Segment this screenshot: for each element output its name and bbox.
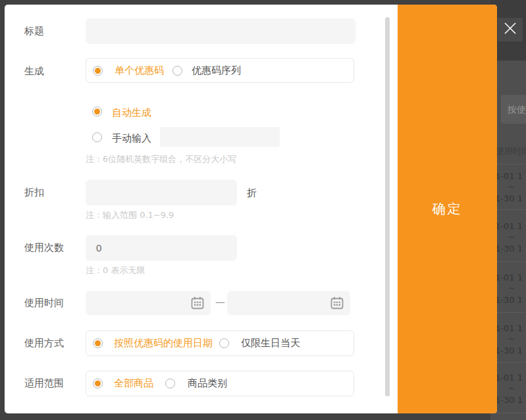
- radio-birthday-only[interactable]: [219, 338, 229, 348]
- radio-auto-generate-label[interactable]: 自动生成: [112, 107, 151, 119]
- radio-birthday-only-label[interactable]: 仅限生日当天: [241, 337, 300, 350]
- date-range-dash: —: [215, 296, 225, 308]
- end-date-picker[interactable]: [227, 291, 350, 315]
- scope-label: 适用范围: [24, 377, 64, 390]
- radio-single-coupon-label[interactable]: 单个优惠码: [115, 65, 164, 77]
- radio-manual-input[interactable]: [92, 132, 102, 142]
- usage-count-note: 注：0 表示无限: [86, 265, 145, 276]
- usage-count-input[interactable]: [86, 235, 237, 261]
- title-input[interactable]: [86, 18, 355, 44]
- close-icon: [503, 21, 517, 38]
- confirm-button-label: 确定: [433, 200, 463, 218]
- radio-all-products-label[interactable]: 全部商品: [114, 377, 153, 390]
- generate-option-group: 单个优惠码 优惠码序列: [86, 58, 354, 83]
- radio-manual-input-label[interactable]: 手动输入: [112, 132, 151, 145]
- radio-single-coupon[interactable]: [93, 66, 103, 76]
- start-date-picker[interactable]: [86, 291, 211, 315]
- radio-all-products[interactable]: [93, 379, 103, 388]
- generate-note: 注：6位随机英数字组合，不区分大小写: [86, 153, 236, 165]
- usage-count-label: 使用次数: [24, 242, 64, 254]
- generate-label: 生成: [24, 65, 44, 78]
- discount-input[interactable]: [86, 180, 237, 205]
- radio-auto-generate[interactable]: [92, 107, 102, 117]
- discount-unit: 折: [247, 187, 257, 199]
- radio-coupon-series-label[interactable]: 优惠码序列: [192, 65, 241, 77]
- scope-option-group: 全部商品 商品类别: [86, 371, 354, 396]
- usage-mode-option-group: 按照优惠码的使用日期 仅限生日当天: [86, 330, 354, 356]
- confirm-button[interactable]: 确定: [398, 5, 497, 413]
- close-button[interactable]: [498, 18, 523, 41]
- manual-code-input[interactable]: [160, 127, 280, 147]
- discount-label: 折扣: [24, 186, 44, 199]
- divider: [490, 413, 526, 413]
- modal-scrollbar[interactable]: [385, 17, 390, 396]
- radio-product-category-label[interactable]: 商品类别: [188, 377, 227, 390]
- coupon-dialog-screen: 按使 使用时间 1-01 1 ~ 1-30 1 1-01 1 ~ 1-30 1 …: [0, 0, 526, 420]
- radio-by-coupon-date[interactable]: [93, 338, 103, 348]
- background-filter-button[interactable]: 按使: [501, 95, 526, 124]
- background-table-header: 使用时间: [496, 145, 526, 157]
- usage-time-label: 使用时间: [24, 297, 64, 309]
- usage-mode-label: 使用方式: [24, 337, 64, 350]
- radio-coupon-series[interactable]: [172, 66, 182, 76]
- radio-product-category[interactable]: [165, 379, 175, 388]
- radio-by-coupon-date-label[interactable]: 按照优惠码的使用日期: [114, 337, 213, 350]
- title-label: 标题: [24, 25, 44, 38]
- coupon-dialog: 标题 生成 单个优惠码 优惠码序列 自动生成 手动输入 注：6位随机英数字组合，…: [5, 5, 497, 413]
- discount-note: 注：输入范围 0.1~9.9: [86, 209, 174, 221]
